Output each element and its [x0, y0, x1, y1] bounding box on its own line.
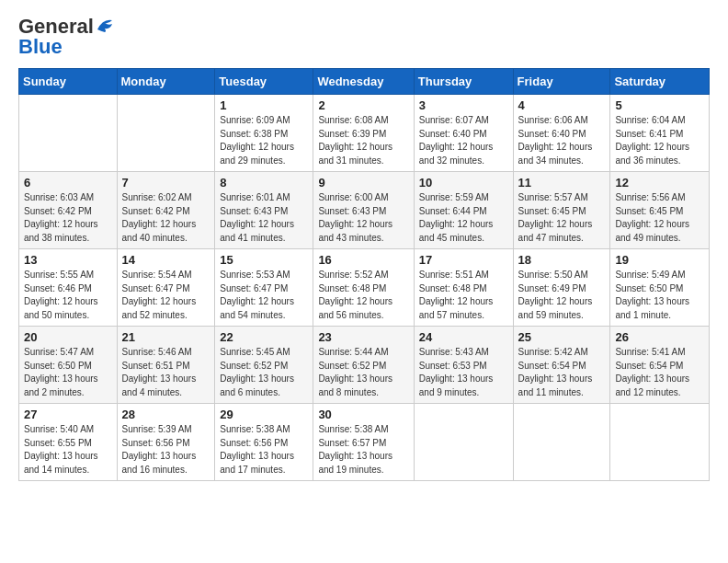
day-info: Sunrise: 6:04 AMSunset: 6:41 PMDaylight:… [615, 114, 704, 167]
day-info: Sunrise: 5:54 AMSunset: 6:47 PMDaylight:… [122, 269, 210, 322]
calendar-cell: 14Sunrise: 5:54 AMSunset: 6:47 PMDayligh… [117, 249, 215, 327]
day-number: 9 [318, 176, 408, 190]
day-of-week-thursday: Thursday [414, 69, 513, 95]
day-info: Sunrise: 5:44 AMSunset: 6:52 PMDaylight:… [318, 346, 408, 399]
calendar-cell: 29Sunrise: 5:38 AMSunset: 6:56 PMDayligh… [215, 404, 313, 481]
calendar-cell: 7Sunrise: 6:02 AMSunset: 6:42 PMDaylight… [117, 172, 215, 249]
day-number: 25 [518, 330, 606, 344]
calendar-week-row: 13Sunrise: 5:55 AMSunset: 6:46 PMDayligh… [19, 249, 710, 327]
day-number: 14 [122, 253, 210, 267]
day-info: Sunrise: 5:47 AMSunset: 6:50 PMDaylight:… [24, 346, 112, 399]
calendar-week-row: 1Sunrise: 6:09 AMSunset: 6:38 PMDaylight… [19, 95, 710, 172]
day-info: Sunrise: 6:08 AMSunset: 6:39 PMDaylight:… [318, 114, 408, 167]
day-info: Sunrise: 6:00 AMSunset: 6:43 PMDaylight:… [318, 191, 408, 245]
day-info: Sunrise: 6:02 AMSunset: 6:42 PMDaylight:… [122, 191, 210, 245]
calendar-cell: 12Sunrise: 5:56 AMSunset: 6:45 PMDayligh… [610, 172, 710, 249]
calendar-header-row: SundayMondayTuesdayWednesdayThursdayFrid… [19, 69, 710, 95]
day-number: 28 [122, 408, 210, 421]
calendar-cell [117, 95, 215, 172]
day-info: Sunrise: 5:52 AMSunset: 6:48 PMDaylight:… [318, 269, 408, 322]
calendar-cell: 20Sunrise: 5:47 AMSunset: 6:50 PMDayligh… [19, 327, 118, 404]
calendar-cell: 10Sunrise: 5:59 AMSunset: 6:44 PMDayligh… [414, 172, 513, 249]
day-info: Sunrise: 5:41 AMSunset: 6:54 PMDaylight:… [615, 346, 704, 399]
day-number: 3 [419, 98, 508, 112]
day-number: 18 [518, 253, 606, 267]
calendar-cell: 28Sunrise: 5:39 AMSunset: 6:56 PMDayligh… [117, 404, 215, 481]
calendar-week-row: 27Sunrise: 5:40 AMSunset: 6:55 PMDayligh… [19, 404, 710, 481]
calendar-cell: 8Sunrise: 6:01 AMSunset: 6:43 PMDaylight… [215, 172, 313, 249]
day-of-week-monday: Monday [117, 69, 215, 95]
calendar-cell: 22Sunrise: 5:45 AMSunset: 6:52 PMDayligh… [215, 327, 313, 404]
day-info: Sunrise: 5:51 AMSunset: 6:48 PMDaylight:… [419, 269, 508, 322]
day-info: Sunrise: 5:59 AMSunset: 6:44 PMDaylight:… [419, 191, 508, 245]
calendar-cell: 18Sunrise: 5:50 AMSunset: 6:49 PMDayligh… [513, 249, 610, 327]
calendar-week-row: 6Sunrise: 6:03 AMSunset: 6:42 PMDaylight… [19, 172, 710, 249]
day-number: 8 [220, 176, 308, 190]
calendar-cell: 23Sunrise: 5:44 AMSunset: 6:52 PMDayligh… [313, 327, 414, 404]
calendar-cell: 9Sunrise: 6:00 AMSunset: 6:43 PMDaylight… [313, 172, 414, 249]
calendar-cell [610, 404, 710, 481]
day-number: 2 [318, 98, 408, 112]
day-info: Sunrise: 5:40 AMSunset: 6:55 PMDaylight:… [24, 423, 112, 477]
day-number: 11 [518, 176, 606, 190]
day-info: Sunrise: 5:55 AMSunset: 6:46 PMDaylight:… [24, 269, 112, 322]
calendar-cell: 25Sunrise: 5:42 AMSunset: 6:54 PMDayligh… [513, 327, 610, 404]
calendar-cell: 26Sunrise: 5:41 AMSunset: 6:54 PMDayligh… [610, 327, 710, 404]
day-number: 16 [318, 253, 408, 267]
day-info: Sunrise: 5:39 AMSunset: 6:56 PMDaylight:… [122, 423, 210, 477]
day-number: 30 [318, 408, 408, 421]
logo-blue: Blue [18, 35, 63, 59]
calendar-cell: 6Sunrise: 6:03 AMSunset: 6:42 PMDaylight… [19, 172, 118, 249]
day-info: Sunrise: 5:46 AMSunset: 6:51 PMDaylight:… [122, 346, 210, 399]
calendar-cell: 21Sunrise: 5:46 AMSunset: 6:51 PMDayligh… [117, 327, 215, 404]
calendar-cell: 17Sunrise: 5:51 AMSunset: 6:48 PMDayligh… [414, 249, 513, 327]
day-info: Sunrise: 6:06 AMSunset: 6:40 PMDaylight:… [518, 114, 606, 167]
calendar-cell [513, 404, 610, 481]
day-info: Sunrise: 5:42 AMSunset: 6:54 PMDaylight:… [518, 346, 606, 399]
day-info: Sunrise: 6:03 AMSunset: 6:42 PMDaylight:… [24, 191, 112, 245]
calendar-week-row: 20Sunrise: 5:47 AMSunset: 6:50 PMDayligh… [19, 327, 710, 404]
day-number: 19 [615, 253, 704, 267]
day-number: 13 [24, 253, 112, 267]
day-info: Sunrise: 5:56 AMSunset: 6:45 PMDaylight:… [615, 191, 704, 245]
day-info: Sunrise: 5:50 AMSunset: 6:49 PMDaylight:… [518, 269, 606, 322]
day-number: 17 [419, 253, 508, 267]
calendar-cell: 5Sunrise: 6:04 AMSunset: 6:41 PMDaylight… [610, 95, 710, 172]
day-info: Sunrise: 6:09 AMSunset: 6:38 PMDaylight:… [220, 114, 308, 167]
calendar-cell: 4Sunrise: 6:06 AMSunset: 6:40 PMDaylight… [513, 95, 610, 172]
calendar-cell [19, 95, 118, 172]
calendar-cell: 19Sunrise: 5:49 AMSunset: 6:50 PMDayligh… [610, 249, 710, 327]
calendar-cell: 2Sunrise: 6:08 AMSunset: 6:39 PMDaylight… [313, 95, 414, 172]
day-number: 10 [419, 176, 508, 190]
day-number: 24 [419, 330, 508, 344]
page: General Blue SundayMondayTuesdayWednesda… [0, 0, 728, 563]
calendar-table: SundayMondayTuesdayWednesdayThursdayFrid… [18, 68, 710, 481]
day-number: 15 [220, 253, 308, 267]
day-of-week-friday: Friday [513, 69, 610, 95]
calendar-cell: 24Sunrise: 5:43 AMSunset: 6:53 PMDayligh… [414, 327, 513, 404]
day-number: 5 [615, 98, 704, 112]
day-info: Sunrise: 5:38 AMSunset: 6:56 PMDaylight:… [220, 423, 308, 477]
day-info: Sunrise: 5:53 AMSunset: 6:47 PMDaylight:… [220, 269, 308, 322]
calendar-cell: 30Sunrise: 5:38 AMSunset: 6:57 PMDayligh… [313, 404, 414, 481]
day-number: 4 [518, 98, 606, 112]
day-number: 22 [220, 330, 308, 344]
logo: General Blue [18, 15, 116, 59]
day-number: 7 [122, 176, 210, 190]
day-info: Sunrise: 6:07 AMSunset: 6:40 PMDaylight:… [419, 114, 508, 167]
day-of-week-wednesday: Wednesday [313, 69, 414, 95]
logo-bird-icon [96, 17, 116, 33]
day-info: Sunrise: 5:45 AMSunset: 6:52 PMDaylight:… [220, 346, 308, 399]
day-info: Sunrise: 5:43 AMSunset: 6:53 PMDaylight:… [419, 346, 508, 399]
calendar-cell [414, 404, 513, 481]
day-of-week-sunday: Sunday [19, 69, 118, 95]
day-number: 21 [122, 330, 210, 344]
day-number: 12 [615, 176, 704, 190]
day-of-week-saturday: Saturday [610, 69, 710, 95]
day-number: 20 [24, 330, 112, 344]
day-number: 27 [24, 408, 112, 421]
day-number: 26 [615, 330, 704, 344]
day-number: 6 [24, 176, 112, 190]
day-number: 29 [220, 408, 308, 421]
calendar-cell: 3Sunrise: 6:07 AMSunset: 6:40 PMDaylight… [414, 95, 513, 172]
